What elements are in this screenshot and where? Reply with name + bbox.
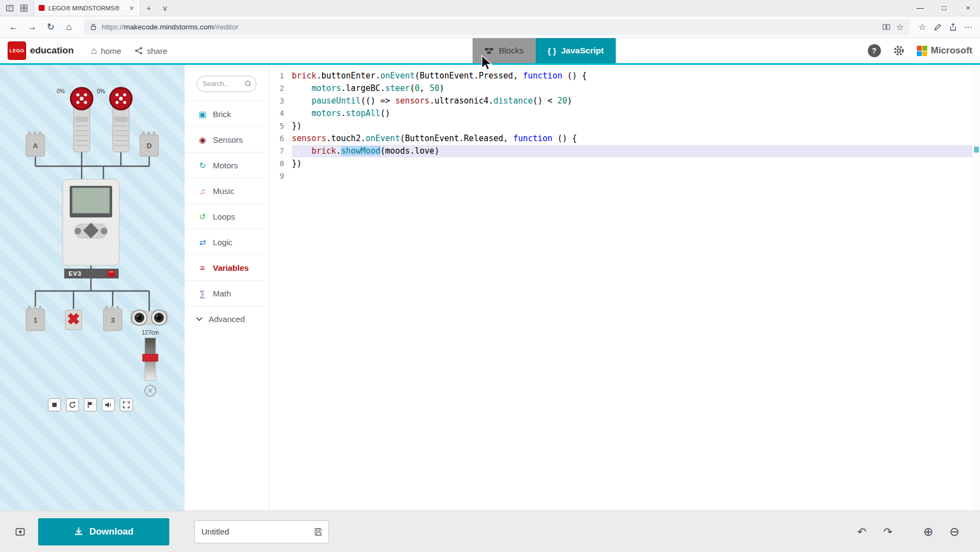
ev3-left-button[interactable]: [75, 228, 81, 234]
home-button[interactable]: ⌂ home: [91, 46, 121, 56]
annotate-pen-icon[interactable]: [930, 20, 945, 35]
code-line-2[interactable]: 2 motors.largeBC.steer(0, 50): [269, 82, 980, 95]
tab-preview-icon[interactable]: [20, 4, 28, 13]
ev3-label: EV3: [69, 270, 82, 277]
forward-icon[interactable]: →: [23, 19, 41, 36]
undo-button[interactable]: ↶: [853, 523, 871, 541]
blocks-icon: [485, 47, 494, 54]
new-tab-button[interactable]: +: [140, 0, 157, 16]
blocks-toggle-button[interactable]: Blocks: [473, 38, 536, 63]
sim-slowmo-button[interactable]: [84, 398, 97, 411]
line-number: 2: [269, 82, 284, 95]
help-button[interactable]: ?: [868, 44, 881, 57]
toolbox-category-brick[interactable]: ▣Brick: [185, 101, 268, 126]
zoom-in-button[interactable]: ⊕: [919, 523, 938, 541]
code-text: brick.showMood(moods.love): [292, 145, 980, 157]
download-button[interactable]: Download: [38, 518, 169, 545]
chevron-down-icon: [195, 317, 203, 322]
project-name-input[interactable]: [201, 527, 310, 536]
refresh-icon[interactable]: ↻: [41, 19, 60, 36]
sim-restart-button[interactable]: [66, 398, 79, 411]
code-line-7[interactable]: 7 brick.showMood(moods.love): [269, 145, 980, 157]
category-label: Music: [213, 186, 234, 196]
svg-text:1: 1: [33, 316, 37, 324]
music-icon: ♫: [198, 187, 207, 195]
javascript-toggle-button[interactable]: { } JavaScript: [536, 38, 616, 63]
category-label: Motors: [213, 161, 238, 170]
touch-sensor[interactable]: [65, 310, 82, 330]
distance-slider-handle[interactable]: [143, 354, 158, 361]
browser-menu-ellipsis-icon[interactable]: ⋯: [960, 20, 976, 35]
simulator-panel: 0% 0% A D: [0, 65, 185, 511]
code-line-1[interactable]: 1brick.buttonEnter.onEvent(ButtonEvent.P…: [269, 70, 980, 82]
right-large-motor[interactable]: [110, 88, 132, 152]
distance-slider[interactable]: [143, 338, 158, 380]
browser-tab[interactable]: LEGO® MINDSTORMS® ×: [34, 0, 140, 16]
tab-close-icon[interactable]: ×: [128, 4, 136, 13]
toolbox-advanced[interactable]: Advanced: [185, 306, 268, 331]
editor-scrollbar[interactable]: [972, 65, 980, 511]
port-1-connector[interactable]: 1: [26, 306, 45, 331]
code-line-4[interactable]: 4 motors.stopAll(): [269, 107, 980, 120]
javascript-editor[interactable]: 1brick.buttonEnter.onEvent(ButtonEvent.P…: [269, 65, 980, 511]
gear-icon[interactable]: [893, 45, 905, 57]
toolbox-category-logic[interactable]: ⇄Logic: [185, 229, 268, 254]
browser-home-icon[interactable]: ⌂: [60, 19, 78, 36]
left-large-motor[interactable]: [71, 88, 93, 152]
search-icon: [244, 80, 250, 88]
stop-icon: [51, 401, 58, 409]
redo-button[interactable]: ↷: [879, 523, 897, 541]
toolbox-search[interactable]: [197, 76, 256, 92]
save-icon[interactable]: [314, 527, 322, 536]
toolbox-category-math[interactable]: ∑Math: [185, 280, 268, 306]
add-favorite-star-icon[interactable]: ☆: [896, 22, 904, 32]
category-label: Sensors: [213, 135, 243, 144]
math-icon: ∑: [198, 289, 207, 298]
address-bar[interactable]: https://makecode.mindstorms.com/#editor …: [84, 20, 909, 35]
code-line-5[interactable]: 5}): [269, 120, 980, 132]
app-header: LEGO education ⌂ home share Blocks { } J…: [0, 38, 980, 63]
favorites-hub-icon[interactable]: ☆: [915, 20, 930, 35]
microsoft-logo[interactable]: Microsoft: [917, 45, 973, 56]
line-number: 6: [269, 132, 284, 145]
share-nodes-icon: [134, 46, 143, 55]
share-icon[interactable]: [945, 20, 960, 35]
share-button[interactable]: share: [134, 46, 168, 56]
collapse-simulator-button[interactable]: [13, 525, 27, 539]
ev3-right-button[interactable]: [101, 228, 107, 234]
code-line-6[interactable]: 6sensors.touch2.onEvent(ButtonEvent.Rele…: [269, 132, 980, 145]
line-number: 4: [269, 107, 284, 120]
restart-icon: [69, 401, 76, 409]
code-line-8[interactable]: 8}): [269, 157, 980, 170]
ev3-brick[interactable]: EV3: [63, 179, 119, 278]
set-tabs-aside-icon[interactable]: [5, 4, 14, 13]
code-line-3[interactable]: 3 pauseUntil(() => sensors.ultrasonic4.d…: [269, 95, 980, 107]
toolbox-category-music[interactable]: ♫Music: [185, 178, 268, 203]
window-minimize-button[interactable]: —: [908, 0, 932, 16]
window-close-button[interactable]: ×: [956, 0, 980, 16]
zoom-out-button[interactable]: ⊖: [945, 523, 964, 541]
toolbox-category-variables[interactable]: ≡Variables: [185, 254, 268, 280]
window-maximize-button[interactable]: □: [932, 0, 956, 16]
url-text: https://makecode.mindstorms.com/#editor: [102, 23, 238, 31]
project-name-field[interactable]: [194, 520, 329, 543]
port-d-connector[interactable]: D: [140, 132, 158, 156]
back-icon[interactable]: ←: [4, 19, 23, 36]
reading-view-icon[interactable]: [882, 23, 891, 31]
ev3-screen: [72, 188, 109, 213]
code-line-9[interactable]: 9: [269, 170, 980, 183]
sim-fullscreen-button[interactable]: [120, 398, 133, 411]
simulator-controls: [48, 398, 133, 411]
ultrasonic-sensor[interactable]: [131, 310, 168, 325]
download-icon: [74, 527, 83, 536]
toolbox-category-motors[interactable]: ↻Motors: [185, 152, 268, 178]
toolbox-category-sensors[interactable]: ◉Sensors: [185, 126, 268, 152]
port-3-connector[interactable]: 3: [103, 306, 122, 331]
toolbox-category-loops[interactable]: ↺Loops: [185, 203, 268, 229]
port-a-connector[interactable]: A: [26, 132, 45, 156]
sim-stop-button[interactable]: [48, 398, 61, 411]
search-input[interactable]: [203, 80, 242, 88]
close-sensor-control-icon[interactable]: [145, 385, 156, 396]
tab-menu-icon[interactable]: ∨: [157, 0, 173, 16]
sim-mute-button[interactable]: [102, 398, 115, 411]
